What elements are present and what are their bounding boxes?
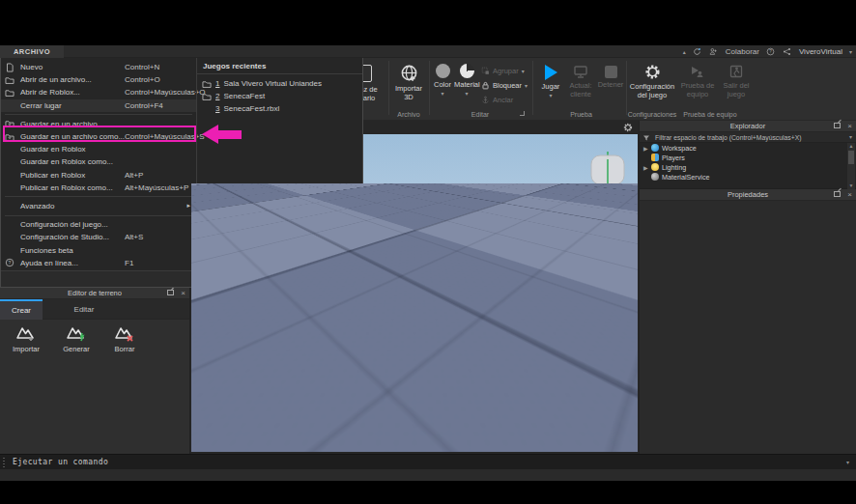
collaborate-label[interactable]: Colaborar <box>726 47 759 56</box>
tree-item-workspace[interactable]: ▶ Workspace <box>640 143 856 153</box>
menu-separator <box>5 215 192 216</box>
menu-item-ayuda[interactable]: Ayuda en línea... F1 <box>1 257 196 269</box>
menu-item-publicar-roblox-como[interactable]: Publicar en Roblox como... Alt+Mayúscula… <box>1 182 196 194</box>
filter-funnel-icon <box>642 134 650 142</box>
properties-float-icon[interactable] <box>834 191 841 199</box>
properties-close-icon[interactable]: × <box>847 191 852 199</box>
menu-item-publicar-roblox[interactable]: Publicar en Roblox Alt+P <box>1 169 196 182</box>
group-label-archivo: Archivo <box>390 111 427 118</box>
collaborate-icon[interactable] <box>709 47 719 57</box>
command-bar-grip[interactable] <box>3 458 5 467</box>
command-bar-caret-icon[interactable]: ▾ <box>846 459 849 465</box>
new-file-icon <box>5 63 15 72</box>
recent-game-1[interactable]: 1 Sala Vivero Virtual Uniandes <box>197 77 362 90</box>
explorer-title: Explorador <box>730 122 765 130</box>
explorer-scrollbar[interactable]: ▲ ▼ <box>847 143 855 189</box>
terrain-clear-button[interactable]: Borrar <box>103 324 146 353</box>
menu-item-funciones-beta[interactable]: Funciones beta <box>1 243 196 256</box>
properties-body <box>640 201 856 454</box>
menu-item-abrir-roblox[interactable]: Abrir de Roblox... Control+Mayúsculas+O <box>1 86 196 98</box>
title-tab-row: ARCHIVO ▴ Colaborar ViveroVirtual ▾ <box>0 45 856 58</box>
account-dropdown-icon[interactable]: ▾ <box>849 48 852 55</box>
scroll-thumb[interactable] <box>848 151 854 164</box>
recent-folder-icon <box>202 92 213 101</box>
menu-item-nuevo[interactable]: Nuevo Control+N <box>1 61 196 73</box>
menu-item-guardar-archivo[interactable]: Guardar en un archivo <box>1 118 196 130</box>
menu-item-configuracion-juego[interactable]: Configuración del juego... <box>1 218 196 231</box>
viewport-settings-gear-icon[interactable] <box>623 123 633 132</box>
status-bar <box>0 469 856 481</box>
players-icon <box>651 154 659 161</box>
tab-editar[interactable]: Editar <box>43 299 126 320</box>
exit-button[interactable]: Salir <box>339 274 355 283</box>
scroll-down-icon[interactable]: ▼ <box>847 182 855 189</box>
menu-item-abrir-archivo[interactable]: Abrir de un archivo... Control+O <box>1 73 196 86</box>
team-test-icon <box>690 64 705 79</box>
stop-button: Detener <box>596 64 625 90</box>
terrain-tabs: Crear Editar <box>0 299 189 320</box>
import-3d-button[interactable]: Importar3D <box>390 64 427 101</box>
terrain-generate-icon <box>66 324 87 342</box>
view-cube-gizmo[interactable] <box>588 150 629 196</box>
exit-game-icon <box>728 64 744 79</box>
scroll-up-icon[interactable]: ▲ <box>847 143 855 150</box>
tree-item-materialservice[interactable]: MaterialService <box>640 172 856 182</box>
menu-item-guardar-archivo-como[interactable]: Guardar en un archivo como... Control+Ma… <box>1 130 196 143</box>
ribbon-collapse-icon[interactable]: ▴ <box>683 48 686 55</box>
terrain-clear-icon <box>114 324 135 342</box>
tree-item-players[interactable]: Players <box>640 153 856 162</box>
menu-separator <box>5 196 192 197</box>
tree-item-lighting[interactable]: ▶ Lighting <box>640 162 856 172</box>
recent-folder-icon <box>202 79 213 89</box>
editar-expander-icon[interactable] <box>520 111 525 116</box>
menu-item-configuracion-studio[interactable]: Configuración de Studio... Alt+S <box>1 231 196 243</box>
properties-header[interactable]: Propiedades × <box>640 189 856 201</box>
game-settings-button[interactable]: Configuracióndel juego <box>628 64 676 99</box>
command-bar[interactable]: Ejecutar un comando ▾ <box>0 454 856 469</box>
menu-item-cerrar-lugar[interactable]: Cerrar lugar Control+F4 <box>1 99 196 112</box>
explorer-close-icon[interactable]: × <box>847 123 852 130</box>
explorer-header[interactable]: Explorador × <box>640 121 856 132</box>
terrain-import-button[interactable]: Importar <box>5 324 47 353</box>
sync-icon[interactable] <box>693 47 702 57</box>
terrain-header[interactable]: Editor de terreno × <box>0 288 189 299</box>
tab-crear[interactable]: Crear <box>0 299 43 320</box>
material-button[interactable]: Material▾ <box>454 64 479 98</box>
explorer-float-icon[interactable] <box>834 123 841 130</box>
annotation-arrow <box>202 126 243 142</box>
screenshot-stage: ARCHIVO ▴ Colaborar ViveroVirtual ▾ terf… <box>0 0 856 504</box>
materialservice-icon <box>651 173 659 181</box>
group-icon <box>481 67 490 75</box>
command-input[interactable]: Ejecutar un comando <box>13 458 108 466</box>
terrain-generate-button[interactable]: Generar <box>55 324 98 353</box>
terrain-title: Editor de terreno <box>68 289 122 297</box>
account-name[interactable]: ViveroVirtual <box>799 47 842 56</box>
file-menu-tab[interactable]: ARCHIVO <box>0 45 64 58</box>
explorer-filter-caret-icon[interactable]: ▾ <box>849 132 852 143</box>
menu-item-avanzado[interactable]: Avanzado ▸ <box>1 200 196 212</box>
terrain-editor-panel: Editor de terreno × Crear Editar Importa… <box>0 288 190 454</box>
color-button[interactable]: Color▾ <box>432 64 453 98</box>
recent-game-2[interactable]: 2 SenecaFest <box>197 90 362 102</box>
properties-title: Propiedades <box>728 190 768 199</box>
open-roblox-icon <box>5 88 15 98</box>
right-dock: Explorador × Filtrar espacio de trabajo … <box>639 121 856 454</box>
share-icon[interactable] <box>783 47 792 57</box>
material-icon <box>460 64 474 78</box>
explorer-filter-input[interactable]: Filtrar espacio de trabajo (Control+Mayú… <box>640 132 856 143</box>
play-button[interactable]: Jugar▾ <box>537 64 564 99</box>
menu-footer: Salir <box>1 270 362 287</box>
lock-button[interactable]: Bloquear▾ <box>481 81 531 90</box>
recent-game-3[interactable]: 3 SenecaFest.rbxl <box>197 102 362 115</box>
terrain-float-icon[interactable] <box>167 290 174 297</box>
play-icon <box>545 65 557 80</box>
expand-arrow-icon[interactable]: ▶ <box>643 164 651 171</box>
terrain-close-icon[interactable]: × <box>181 290 185 297</box>
menu-item-guardar-roblox[interactable]: Guardar en Roblox <box>1 143 196 155</box>
help-icon[interactable] <box>766 47 776 57</box>
menu-item-guardar-roblox-como[interactable]: Guardar en Roblox como... <box>1 155 196 168</box>
file-menu-items: Nuevo Control+N Abrir de un archivo... C… <box>1 58 196 270</box>
team-test-button: Prueba deequipo <box>678 64 717 98</box>
game-settings-gear-icon <box>644 64 661 80</box>
expand-arrow-icon[interactable]: ▶ <box>643 145 651 152</box>
